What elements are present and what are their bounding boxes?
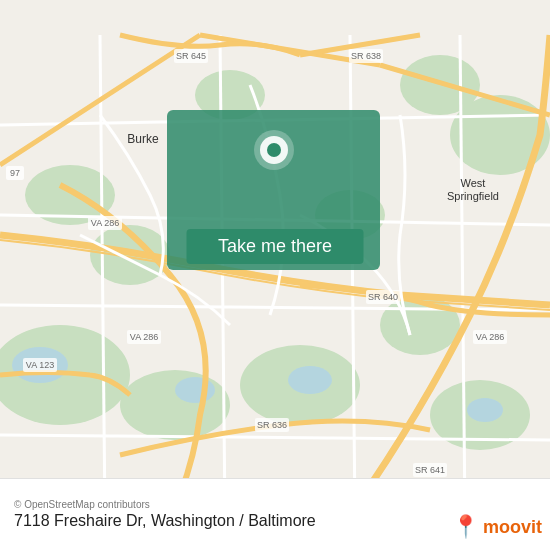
address-text: 7118 Freshaire Dr, Washington / Baltimor… [14, 512, 316, 530]
copyright-text: © OpenStreetMap contributors [14, 499, 150, 510]
svg-text:SR 641: SR 641 [415, 465, 445, 475]
svg-point-1 [120, 370, 230, 440]
svg-point-51 [267, 143, 281, 157]
svg-text:SR 645: SR 645 [176, 51, 206, 61]
svg-text:VA 123: VA 123 [26, 360, 54, 370]
location-pin-icon [252, 128, 296, 172]
moovit-logo: 📍 moovit [452, 514, 542, 540]
svg-text:VA 286: VA 286 [91, 218, 119, 228]
svg-text:SR 636: SR 636 [257, 420, 287, 430]
svg-text:Springfield: Springfield [447, 190, 499, 202]
svg-text:West: West [461, 177, 486, 189]
svg-text:SR 640: SR 640 [368, 292, 398, 302]
svg-point-13 [288, 366, 332, 394]
map-container: SR 645 SR 638 VA 286 VA 286 SR 640 VA 12… [0, 0, 550, 550]
svg-text:97: 97 [10, 168, 20, 178]
svg-text:SR 638: SR 638 [351, 51, 381, 61]
moovit-pin-icon: 📍 [452, 514, 479, 540]
svg-line-21 [350, 35, 355, 515]
map-svg: SR 645 SR 638 VA 286 VA 286 SR 640 VA 12… [0, 0, 550, 550]
svg-point-12 [175, 377, 215, 403]
bottom-bar: © OpenStreetMap contributors 7118 Fresha… [0, 478, 550, 550]
moovit-brand-text: moovit [483, 517, 542, 538]
svg-text:Burke: Burke [127, 132, 159, 146]
svg-text:VA 286: VA 286 [476, 332, 504, 342]
svg-text:VA 286: VA 286 [130, 332, 158, 342]
svg-point-14 [467, 398, 503, 422]
take-me-there-button[interactable]: Take me there [187, 229, 364, 264]
